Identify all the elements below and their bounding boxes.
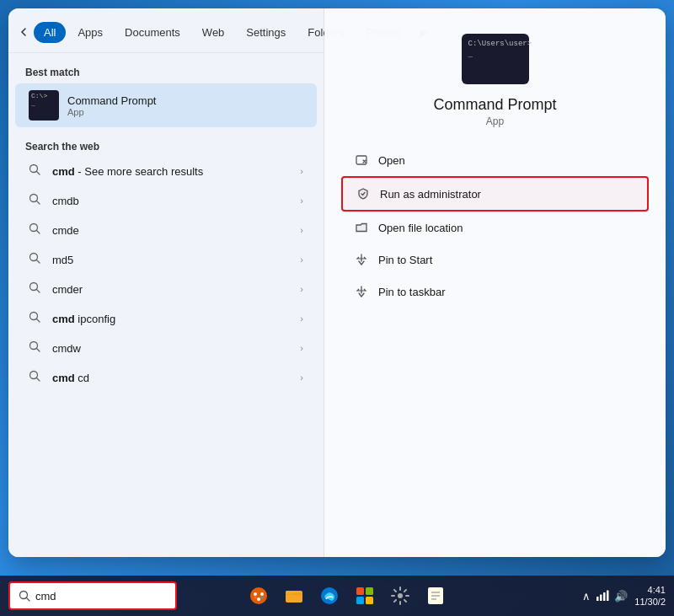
web-item-2[interactable]: cmde ›	[15, 216, 317, 244]
chevron-1: ›	[300, 196, 303, 206]
svg-point-22	[257, 597, 260, 601]
taskbar-time[interactable]: 4:41 11/30/2	[634, 584, 666, 608]
open-icon	[353, 152, 370, 169]
svg-rect-26	[286, 591, 292, 594]
svg-line-5	[37, 231, 40, 234]
web-item-5[interactable]: cmd ipconfig ›	[15, 304, 317, 333]
search-icon-0	[29, 163, 44, 179]
web-item-text-7: cmd cd	[52, 372, 300, 384]
web-item-7[interactable]: cmd cd ›	[15, 363, 317, 392]
taskbar-app-palette[interactable]	[243, 580, 275, 612]
folder-icon	[353, 219, 370, 236]
app-info: Command Prompt App	[67, 94, 156, 117]
best-match-label: Best match	[8, 60, 324, 82]
web-item-text-2: cmde	[52, 224, 300, 237]
tab-settings[interactable]: Settings	[236, 22, 296, 43]
tab-web[interactable]: Web	[192, 22, 235, 43]
chevron-0: ›	[300, 166, 303, 176]
cmd-preview-icon: C:\Users\user>_	[462, 34, 529, 84]
web-item-text-3: md5	[52, 254, 300, 266]
chevron-6: ›	[300, 343, 303, 353]
tab-all[interactable]: All	[34, 22, 66, 43]
svg-line-18	[27, 598, 30, 602]
taskbar-search-text: cmd	[35, 590, 56, 603]
cmd-preview-text: C:\Users\user>_	[468, 39, 532, 60]
nav-tabs: All Apps Documents Web Settings Folders …	[8, 8, 324, 53]
right-panel: C:\Users\user>_ Command Prompt App Open	[324, 8, 666, 557]
svg-line-11	[37, 319, 40, 323]
cmd-icon-small: C:\>_	[29, 90, 59, 121]
date-display: 11/30/2	[634, 596, 666, 608]
svg-rect-38	[600, 595, 602, 602]
pin-start-icon	[353, 251, 370, 268]
chevron-5: ›	[300, 313, 303, 324]
taskbar-right: ∧ 🔊 4:41 11/30/2	[582, 584, 666, 608]
taskbar-app-edge[interactable]	[313, 580, 345, 612]
taskbar-app-explorer[interactable]	[278, 580, 310, 612]
svg-rect-37	[596, 597, 599, 601]
search-icon-5	[29, 311, 44, 326]
svg-line-3	[37, 201, 40, 205]
web-item-text-0: cmd - See more search results	[52, 165, 300, 178]
chevron-2: ›	[300, 225, 303, 235]
svg-line-13	[37, 349, 40, 352]
web-item-text-4: cmder	[52, 283, 300, 296]
action-open-file-location[interactable]: Open file location	[341, 212, 649, 244]
taskbar-search[interactable]: cmd	[8, 581, 177, 610]
left-panel: All Apps Documents Web Settings Folders …	[8, 8, 324, 557]
web-item-1[interactable]: cmdb ›	[15, 186, 317, 215]
svg-line-15	[37, 378, 40, 382]
svg-point-21	[260, 592, 264, 596]
shield-icon	[355, 185, 372, 202]
search-web-label: Search the web	[8, 134, 324, 156]
taskbar-system-icons: ∧ 🔊	[582, 590, 628, 603]
action-pin-start[interactable]: Pin to Start	[341, 244, 649, 276]
taskbar-app-notes[interactable]	[420, 580, 452, 612]
network-icon[interactable]	[596, 590, 609, 602]
taskbar-app-store[interactable]	[349, 580, 381, 612]
action-run-as-admin[interactable]: Run as administrator	[341, 176, 649, 212]
web-item-0[interactable]: cmd - See more search results ›	[15, 157, 317, 185]
right-app-subtitle: App	[486, 115, 504, 127]
app-name: Command Prompt	[67, 94, 156, 107]
back-button[interactable]	[19, 20, 29, 44]
pin-taskbar-icon	[353, 283, 370, 300]
tab-apps[interactable]: Apps	[67, 22, 113, 43]
svg-rect-30	[356, 597, 364, 604]
tab-documents[interactable]: Documents	[115, 22, 190, 43]
web-item-4[interactable]: cmder ›	[15, 275, 317, 303]
svg-point-23	[254, 597, 256, 599]
search-icon-6	[29, 340, 44, 356]
volume-icon[interactable]: 🔊	[614, 590, 628, 603]
svg-point-24	[260, 597, 263, 599]
right-app-title: Command Prompt	[433, 96, 556, 114]
search-icon-7	[29, 370, 44, 385]
web-item-6[interactable]: cmdw ›	[15, 334, 317, 362]
svg-line-1	[37, 172, 40, 175]
chevron-4: ›	[300, 284, 303, 294]
chevron-3: ›	[300, 254, 303, 265]
web-item-text-1: cmdb	[52, 195, 300, 207]
taskbar-app-settings[interactable]	[384, 580, 416, 612]
svg-point-19	[250, 587, 267, 604]
svg-rect-28	[356, 587, 364, 595]
action-pin-taskbar[interactable]: Pin to taskbar	[341, 276, 649, 308]
svg-rect-39	[603, 592, 606, 601]
svg-line-9	[37, 290, 40, 293]
svg-rect-40	[607, 591, 609, 602]
search-web-section: Search the web cmd - See more search res…	[8, 134, 324, 392]
svg-point-32	[398, 593, 403, 598]
taskbar: cmd ∧ 🔊	[0, 576, 674, 616]
search-icon-1	[29, 193, 44, 208]
search-icon-4	[29, 281, 44, 297]
svg-point-20	[254, 592, 257, 596]
svg-rect-31	[366, 597, 373, 604]
taskbar-search-icon	[19, 590, 30, 602]
action-open[interactable]: Open	[341, 144, 649, 176]
search-icon-2	[29, 222, 44, 238]
chevron-up-icon[interactable]: ∧	[582, 590, 591, 603]
web-item-3[interactable]: md5 ›	[15, 245, 317, 274]
time-display: 4:41	[634, 584, 666, 596]
best-match-item[interactable]: C:\>_ Command Prompt App	[15, 83, 317, 127]
svg-line-7	[37, 260, 40, 264]
